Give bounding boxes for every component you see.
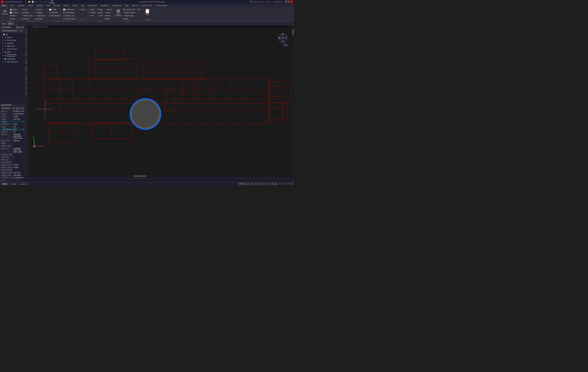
toolspace-icon1[interactable]: ⊞ bbox=[16, 26, 18, 28]
fillet-btn[interactable]: ⌒ Fillet bbox=[97, 14, 104, 17]
toolspace-icon3[interactable]: ? bbox=[22, 26, 24, 28]
tab-addins[interactable]: Add-ins bbox=[130, 4, 140, 7]
model-tab-model[interactable]: Model bbox=[1, 182, 9, 186]
grading-btn[interactable]: ⌂ Grading ▾ bbox=[34, 11, 47, 14]
viewport-maximize-icon[interactable]: □ bbox=[290, 26, 291, 28]
viewport-scrollbar-v[interactable] bbox=[292, 28, 294, 175]
tab-featuredapps[interactable]: Featured Apps bbox=[154, 4, 169, 7]
modify-dropdown-btn[interactable]: Modify ▾ bbox=[104, 17, 113, 20]
rotate-btn[interactable]: ↻ Rotate bbox=[88, 11, 96, 14]
assembly-btn[interactable]: ⊞ Assembly ▾ bbox=[48, 11, 62, 14]
toolspace-btn[interactable]: 🗂 Toolspace bbox=[1, 8, 9, 17]
turnouts-expand[interactable]: ▶ bbox=[2, 55, 4, 56]
misc-expand-icon[interactable]: ▼ bbox=[1, 121, 2, 122]
close-btn[interactable]: ✕ bbox=[290, 0, 293, 3]
tab-expresstools[interactable]: Express Tools bbox=[140, 4, 154, 7]
project-explorer-btn[interactable]: 📋 Project bbox=[9, 8, 19, 11]
scale-btn[interactable]: ⇲ Scale bbox=[104, 11, 113, 14]
status-customize-btn[interactable]: ≡ bbox=[291, 183, 293, 185]
od-expand-icon[interactable]: ▼ bbox=[1, 129, 2, 130]
tab-transparent[interactable]: Transparent bbox=[86, 4, 99, 7]
palettes-dropdown-btn[interactable]: Palettes ▾ bbox=[9, 14, 19, 17]
tab-manage[interactable]: Manage bbox=[52, 4, 62, 7]
open-btn[interactable]: 📂 bbox=[28, 0, 31, 3]
corridor-btn[interactable]: ⊟ Corridor ▾ bbox=[34, 17, 47, 20]
alignment-btn[interactable]: ⟵ Alignment ▾ bbox=[34, 14, 47, 17]
mirror-btn[interactable]: ⊟ Mirror bbox=[97, 11, 104, 14]
h-scroll-thumb[interactable] bbox=[133, 175, 146, 177]
catchments-expand[interactable]: ▶ bbox=[2, 58, 4, 60]
misc-section-collapse[interactable]: ▾ bbox=[23, 121, 24, 123]
tree-item-turnouts[interactable]: ▶ ⊞ Turnouts and Crossovers bbox=[0, 53, 25, 57]
doc-tab-start[interactable]: Start bbox=[1, 22, 7, 26]
point-groups-expand[interactable]: ▶ bbox=[2, 39, 4, 41]
tab-rail[interactable]: Rail bbox=[79, 4, 86, 7]
save-btn[interactable]: 💾 bbox=[31, 0, 35, 3]
tab-analyze[interactable]: Analyze bbox=[35, 4, 45, 7]
paste-btn[interactable]: 📋 Paste bbox=[143, 8, 152, 17]
prop-icon-btn3[interactable]: ✎ bbox=[22, 107, 24, 110]
feature-line-btn[interactable]: ⋯ Feature Line ▾ bbox=[20, 14, 34, 17]
minimize-viewport-icon[interactable]: ─ bbox=[29, 26, 30, 28]
grading-optimization-btn[interactable]: 📊 Grading bbox=[9, 11, 19, 14]
new-tab-btn[interactable]: + bbox=[15, 22, 18, 25]
explore-btn[interactable]: Explore bbox=[9, 17, 19, 20]
array-btn[interactable]: ⊞ Array bbox=[104, 14, 113, 17]
status-ortho-btn[interactable]: ⊟ bbox=[254, 183, 257, 185]
minimize-btn[interactable]: ─ bbox=[285, 0, 287, 3]
match-layer-btn[interactable]: ≡ Match Layer bbox=[123, 14, 142, 17]
points-btn[interactable]: ✦ Points ▾ bbox=[20, 8, 34, 11]
tab-output[interactable]: Output bbox=[62, 4, 71, 7]
tab-modify[interactable]: Modify bbox=[26, 4, 35, 7]
make-current-btn[interactable]: ✓ Make Current bbox=[123, 11, 142, 14]
tree-item-pipe-networks[interactable]: ▶ ⊏ Pipe Networks bbox=[0, 60, 25, 63]
drawing-view-select[interactable]: Active Drawing View bbox=[1, 29, 23, 32]
layer-properties-btn[interactable]: ▤ LayerProperties bbox=[114, 8, 122, 17]
tree-item-root[interactable]: ▼ 📁 test bbox=[0, 33, 25, 36]
sites-expand[interactable]: ▶ bbox=[2, 51, 4, 53]
status-dyn-btn[interactable]: ≋ bbox=[264, 183, 267, 185]
toolspace-icon2[interactable]: ≡ bbox=[19, 26, 21, 28]
new-btn[interactable]: 🗋 bbox=[24, 0, 27, 3]
tree-item-sites[interactable]: ▶ 🏘 Sites bbox=[0, 50, 25, 53]
layers-dropdown-btn[interactable]: Layers ▾ bbox=[123, 17, 142, 20]
layer-dropdown[interactable]: Indoors_Units bbox=[125, 8, 140, 11]
model-tab-layout2[interactable]: Layout2 bbox=[19, 182, 28, 186]
doc-tab-test[interactable]: test ✕ bbox=[7, 22, 15, 26]
tab-view[interactable]: View bbox=[45, 4, 52, 7]
od-section-collapse[interactable]: ▾ bbox=[23, 129, 24, 130]
status-isnap-btn[interactable]: ⊡ bbox=[261, 183, 264, 185]
status-lw-btn[interactable]: ≡ bbox=[268, 183, 271, 185]
traverse-btn[interactable]: ⊞ Traverse ▾ bbox=[20, 17, 34, 20]
tree-item-points[interactable]: ▶ ⊕ Points bbox=[0, 36, 25, 39]
status-snap-btn[interactable]: ⊠ bbox=[250, 183, 253, 185]
model-tab-layout1[interactable]: Layout1 bbox=[9, 182, 18, 186]
tree-item-surfaces[interactable]: ▶ △ Surfaces bbox=[0, 42, 25, 45]
intersections-btn[interactable]: ✚ Intersections ▾ bbox=[63, 11, 77, 14]
tree-item-alignments[interactable]: ▶ ⟵ Alignments bbox=[0, 45, 25, 47]
root-expand-icon[interactable]: ▼ bbox=[1, 34, 2, 35]
status-grid-btn[interactable]: ⊞ bbox=[247, 183, 249, 185]
prop-icon-btn1[interactable]: ⊞ bbox=[16, 107, 18, 110]
alignments-expand[interactable]: ▶ bbox=[2, 45, 4, 47]
side-tab-settings[interactable]: Settings bbox=[25, 35, 27, 43]
status-qp-btn[interactable]: ◉ bbox=[275, 183, 278, 185]
viewport-close-icon[interactable]: ✕ bbox=[292, 26, 293, 28]
side-tab-design[interactable]: Design bbox=[25, 58, 27, 65]
share-btn[interactable]: 🔗 Share bbox=[51, 0, 54, 3]
side-tab-prospec[interactable]: Prospec... bbox=[25, 26, 27, 35]
viewport-scrollbar-h[interactable] bbox=[28, 175, 292, 177]
tree-item-feature-lines[interactable]: ▶ ⋯ Feature Lines bbox=[0, 47, 25, 50]
copy-btn[interactable]: ⧉ Copy bbox=[97, 8, 104, 11]
v-scroll-thumb[interactable] bbox=[292, 29, 294, 35]
viewport-minimize-icon[interactable]: ─ bbox=[288, 26, 289, 28]
surfaces-btn[interactable]: △ Surfaces ▾ bbox=[20, 11, 34, 14]
tab-survey[interactable]: Survey bbox=[71, 4, 79, 7]
status-polar-btn[interactable]: ◎ bbox=[257, 183, 260, 185]
redo-btn[interactable]: ↪ bbox=[38, 0, 42, 3]
viewport-canvas[interactable]: X Y N S E W TOP WCS bbox=[28, 28, 294, 177]
status-tp-btn[interactable]: ⊞ bbox=[271, 183, 274, 185]
tab-home[interactable]: Home bbox=[0, 4, 8, 7]
parcel-btn[interactable]: ▭ Parcel ▾ bbox=[34, 8, 47, 11]
new-layout-btn[interactable]: + bbox=[28, 182, 31, 185]
